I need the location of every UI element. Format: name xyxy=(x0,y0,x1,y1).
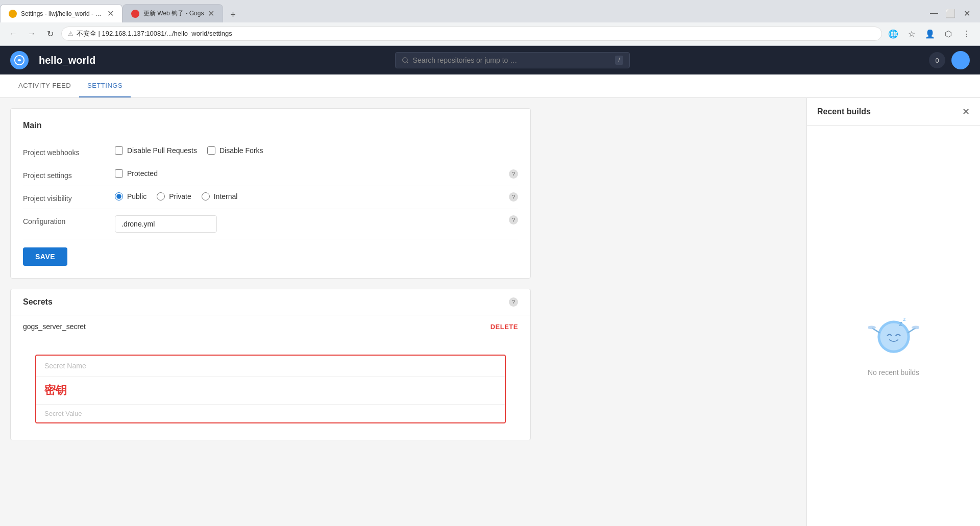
delete-button[interactable]: DELETE xyxy=(491,323,518,331)
menu-button[interactable]: ⋮ xyxy=(960,27,974,41)
tab-favicon-1 xyxy=(9,10,17,18)
address-url: 不安全 | 192.168.1.137:10081/.../hello_worl… xyxy=(77,29,875,38)
search-box[interactable]: / xyxy=(395,52,630,68)
help-icon-secrets[interactable]: ? xyxy=(509,297,518,307)
back-button[interactable]: ← xyxy=(6,27,20,41)
configuration-help[interactable]: ? xyxy=(509,215,518,224)
disable-pull-requests-text: Disable Pull Requests xyxy=(127,146,197,155)
recent-builds-panel: Recent builds ✕ Z Z xyxy=(806,98,980,526)
tab-close-2[interactable]: ✕ xyxy=(208,9,214,18)
search-area: / xyxy=(106,52,919,68)
maximize-button[interactable]: ⬜ xyxy=(943,6,958,20)
tab-close-1[interactable]: ✕ xyxy=(107,9,114,18)
extensions-button[interactable]: ⬡ xyxy=(941,27,955,41)
disable-pull-requests-checkbox-label[interactable]: Disable Pull Requests xyxy=(115,146,197,155)
close-recent-builds-button[interactable]: ✕ xyxy=(962,106,970,117)
project-visibility-row: Project visibility Public Private xyxy=(23,186,518,209)
svg-point-3 xyxy=(880,323,907,350)
disable-forks-checkbox[interactable] xyxy=(207,146,215,155)
notification-badge[interactable]: 0 xyxy=(929,52,945,68)
recent-builds-title: Recent builds xyxy=(817,107,871,116)
project-settings-controls: Protected xyxy=(115,169,509,178)
disable-pull-requests-checkbox[interactable] xyxy=(115,146,123,155)
svg-text:Z: Z xyxy=(903,317,905,322)
save-button[interactable]: SAVE xyxy=(23,247,67,266)
configuration-row: Configuration ? xyxy=(23,209,518,239)
save-section: SAVE xyxy=(23,239,518,266)
content-area: Main Project webhooks Disable Pull Reque… xyxy=(0,98,806,526)
page-tabs: ACTIVITY FEED SETTINGS xyxy=(0,74,980,98)
header-actions: 0 xyxy=(929,51,970,69)
minimize-button[interactable]: — xyxy=(927,6,941,20)
help-icon-visibility: ? xyxy=(509,192,518,202)
main-layout: Main Project webhooks Disable Pull Reque… xyxy=(0,98,980,526)
secret-value-display: 密钥 xyxy=(36,377,505,405)
protected-checkbox[interactable] xyxy=(115,169,123,178)
protected-text: Protected xyxy=(127,169,158,178)
lock-icon: ⚠ xyxy=(68,30,74,37)
tab-title-2: 更新 Web 钩子 - Gogs xyxy=(143,9,204,18)
profile-button[interactable]: 👤 xyxy=(923,27,937,41)
configuration-label: Configuration xyxy=(23,215,115,226)
configuration-controls xyxy=(115,215,509,233)
secret-name-input[interactable] xyxy=(36,356,505,377)
protected-checkbox-label[interactable]: Protected xyxy=(115,169,158,178)
project-webhooks-row: Project webhooks Disable Pull Requests D… xyxy=(23,140,518,163)
radio-internal-text: Internal xyxy=(214,192,238,201)
tab-title-1: Settings - liwj/hello_world - D... xyxy=(21,10,103,17)
radio-public-text: Public xyxy=(127,192,146,201)
address-bar[interactable]: ⚠ 不安全 | 192.168.1.137:10081/.../hello_wo… xyxy=(61,27,882,41)
add-secret-area: 密钥 Secret Value xyxy=(11,338,530,440)
radio-private-label[interactable]: Private xyxy=(157,192,191,201)
secrets-section-card: Secrets ? gogs_server_secret DELETE 密钥 S… xyxy=(10,289,531,440)
reload-button[interactable]: ↻ xyxy=(43,27,57,41)
browser-toolbar: ← → ↻ ⚠ 不安全 | 192.168.1.137:10081/.../he… xyxy=(0,22,980,45)
recent-builds-body: Z Z No recent builds xyxy=(807,126,980,526)
user-avatar[interactable] xyxy=(951,51,970,69)
no-recent-builds-text: No recent builds xyxy=(868,368,919,377)
radio-public-label[interactable]: Public xyxy=(115,192,146,201)
browser-tab-active[interactable]: Settings - liwj/hello_world - D... ✕ xyxy=(0,4,122,22)
svg-point-7 xyxy=(868,326,876,330)
secrets-title: Secrets xyxy=(23,297,53,307)
radio-public[interactable] xyxy=(115,192,123,201)
forward-button[interactable]: → xyxy=(24,27,39,41)
tab-settings[interactable]: SETTINGS xyxy=(79,74,131,97)
tab-favicon-2 xyxy=(131,10,139,18)
tab-activity-feed[interactable]: ACTIVITY FEED xyxy=(10,74,79,97)
app-header: hello_world / 0 xyxy=(0,46,980,74)
radio-private[interactable] xyxy=(157,192,165,201)
translate-button[interactable]: 🌐 xyxy=(886,27,900,41)
configuration-input[interactable] xyxy=(115,215,217,233)
project-settings-row: Project settings Protected ? xyxy=(23,163,518,186)
radio-internal-label[interactable]: Internal xyxy=(202,192,238,201)
project-settings-help[interactable]: ? xyxy=(509,169,518,179)
search-input[interactable] xyxy=(413,56,611,64)
browser-chrome: Settings - liwj/hello_world - D... ✕ 更新 … xyxy=(0,0,980,46)
project-webhooks-controls: Disable Pull Requests Disable Forks xyxy=(115,146,518,155)
svg-text:Z: Z xyxy=(899,320,902,327)
disable-forks-text: Disable Forks xyxy=(219,146,263,155)
project-visibility-controls: Public Private Internal xyxy=(115,192,509,201)
browser-tab-inactive[interactable]: 更新 Web 钩子 - Gogs ✕ xyxy=(122,4,223,22)
drone-sleep-illustration: Z Z xyxy=(868,309,919,360)
secret-row: gogs_server_secret DELETE xyxy=(11,315,530,338)
settings-content: Main Project webhooks Disable Pull Reque… xyxy=(0,98,541,461)
bookmark-button[interactable]: ☆ xyxy=(904,27,919,41)
search-icon xyxy=(402,57,409,64)
project-webhooks-label: Project webhooks xyxy=(23,146,115,157)
project-visibility-help[interactable]: ? xyxy=(509,192,518,202)
secret-name: gogs_server_secret xyxy=(23,322,86,331)
main-section-body: Main Project webhooks Disable Pull Reque… xyxy=(11,109,530,278)
svg-point-9 xyxy=(912,326,919,330)
project-settings-label: Project settings xyxy=(23,169,115,180)
secret-value-placeholder: Secret Value xyxy=(36,405,505,422)
app-logo[interactable] xyxy=(10,51,29,69)
radio-internal[interactable] xyxy=(202,192,210,201)
add-tab-button[interactable]: + xyxy=(225,7,240,22)
help-icon-configuration: ? xyxy=(509,215,518,224)
search-shortcut: / xyxy=(615,56,623,65)
disable-forks-checkbox-label[interactable]: Disable Forks xyxy=(207,146,263,155)
window-close-button[interactable]: ✕ xyxy=(960,6,974,20)
browser-tabs: Settings - liwj/hello_world - D... ✕ 更新 … xyxy=(0,0,980,22)
